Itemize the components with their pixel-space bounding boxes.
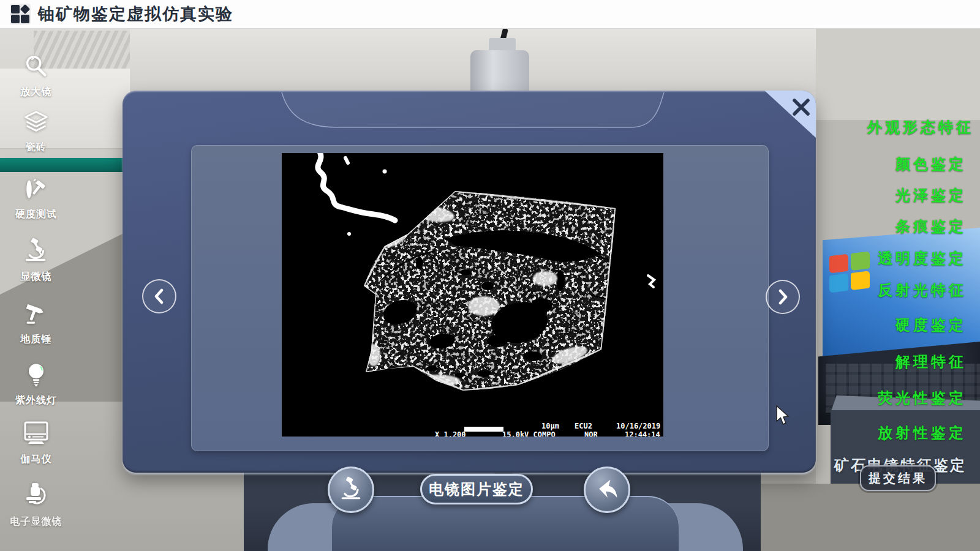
sidebar-item-label: 伽马仪 — [21, 453, 52, 466]
close-icon — [790, 96, 812, 118]
sem-voltage-mode: 15.0kV COMPO — [502, 430, 556, 437]
menu-item-appearance[interactable]: 外观形态特征 — [867, 118, 974, 137]
sidebar-item-gamma-meter[interactable]: 伽马仪 — [4, 419, 69, 466]
sidebar-item-label: 瓷砖 — [26, 141, 47, 154]
hardness-tool-icon — [22, 175, 50, 206]
em-image-identify-button[interactable]: 电镜图片鉴定 — [420, 474, 533, 504]
menu-item-transparency[interactable]: 透明度鉴定 — [878, 249, 967, 268]
camera-cylinder — [470, 50, 529, 95]
sem-scale-label: 10μm — [541, 422, 559, 430]
app-title: 铀矿物鉴定虚拟仿真实验 — [38, 3, 233, 25]
layers-icon — [22, 108, 50, 138]
magnifier-icon — [22, 53, 50, 83]
sem-scale-bar — [464, 427, 503, 432]
top-bar: 铀矿物鉴定虚拟仿真实验 — [0, 0, 980, 29]
app-logo-icon — [10, 4, 31, 24]
bulb-icon — [22, 361, 50, 392]
gamma-meter-icon — [21, 419, 51, 451]
sidebar-item-microscope[interactable]: 显微镜 — [4, 238, 69, 283]
sidebar-item-uv-lamp[interactable]: 紫外线灯 — [4, 361, 69, 407]
sem-grain-art — [282, 153, 663, 437]
submit-results-button[interactable]: 提交结果 — [860, 465, 936, 491]
sem-time: 12:44:14 — [625, 430, 660, 437]
app-window: 铀矿物鉴定虚拟仿真实验 放大镜 瓷砖 硬度测试 显微镜 地质锤 紫外线灯 — [0, 0, 980, 551]
microscope-tool-button[interactable] — [328, 467, 374, 513]
close-button[interactable] — [789, 96, 813, 120]
electron-microscope-icon — [21, 481, 51, 513]
tool-sidebar: 放大镜 瓷砖 硬度测试 显微镜 地质锤 紫外线灯 伽马仪 电子显微镜 — [0, 28, 72, 551]
sidebar-item-magnifier[interactable]: 放大镜 — [4, 53, 69, 99]
sidebar-item-label: 放大镜 — [21, 86, 52, 99]
sem-image: 10μm ECU2 10/16/2019 X 1,200 15.0kV COMP… — [282, 153, 663, 437]
sem-detector: ECU2 — [575, 422, 592, 430]
menu-item-fluorescence[interactable]: 荧光性鉴定 — [878, 388, 967, 408]
sidebar-item-label: 硬度测试 — [15, 208, 57, 221]
right-wall-top — [816, 28, 980, 120]
sidebar-item-label: 电子显微镜 — [10, 515, 62, 528]
back-button[interactable] — [584, 467, 630, 513]
desk-right — [753, 484, 980, 551]
menu-item-streak[interactable]: 条痕鉴定 — [895, 217, 967, 236]
sidebar-item-hardness-test[interactable]: 硬度测试 — [4, 175, 69, 221]
menu-item-color[interactable]: 颜色鉴定 — [895, 154, 967, 174]
sem-viewer-dialog: 10μm ECU2 10/16/2019 X 1,200 15.0kV COMP… — [123, 91, 816, 473]
menu-item-luster[interactable]: 光泽鉴定 — [895, 186, 967, 205]
sem-date: 10/16/2019 — [616, 422, 660, 430]
back-arrow-icon — [594, 476, 620, 503]
windows-logo-icon — [829, 251, 873, 297]
sidebar-item-label: 地质锤 — [21, 333, 52, 346]
chevron-right-icon — [775, 289, 791, 305]
sidebar-item-label: 紫外线灯 — [15, 394, 57, 407]
microscope-icon — [22, 238, 50, 268]
next-image-button[interactable] — [766, 280, 800, 314]
menu-item-radioactivity[interactable]: 放射性鉴定 — [878, 423, 967, 443]
sidebar-item-streak-tile[interactable]: 瓷砖 — [4, 108, 69, 154]
prev-image-button[interactable] — [142, 279, 176, 313]
chevron-left-icon — [151, 288, 167, 304]
sem-signal: NOR — [584, 430, 598, 437]
sidebar-item-geo-hammer[interactable]: 地质锤 — [4, 300, 69, 346]
sidebar-item-electron-microscope[interactable]: 电子显微镜 — [4, 481, 69, 528]
sem-magnification: X 1,200 — [435, 430, 466, 437]
sidebar-item-label: 显微镜 — [21, 271, 52, 283]
menu-item-hardness[interactable]: 硬度鉴定 — [895, 315, 967, 335]
microscope-icon — [337, 476, 364, 503]
viewer-panel: 10μm ECU2 10/16/2019 X 1,200 15.0kV COMP… — [191, 145, 769, 451]
geological-hammer-icon — [22, 300, 50, 331]
menu-item-reflected-light[interactable]: 反射光特征 — [878, 280, 967, 300]
menu-item-cleavage[interactable]: 解理特征 — [895, 352, 967, 372]
